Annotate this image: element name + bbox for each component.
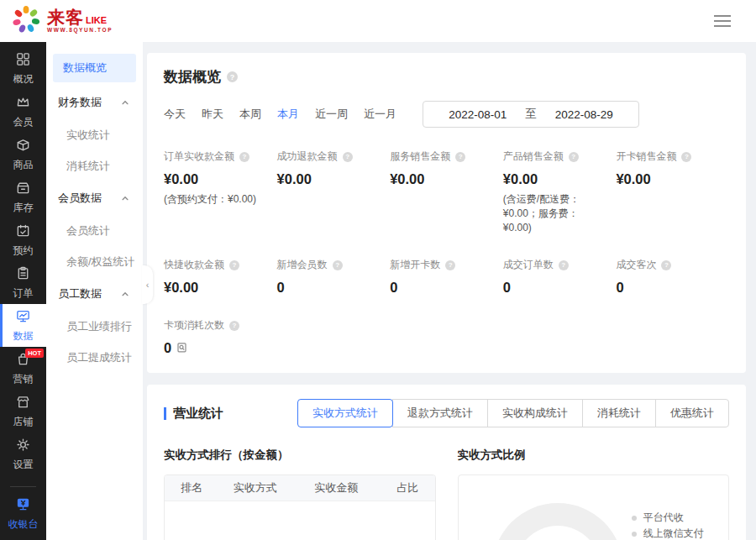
sidebar-item-data[interactable]: 数据 [0,304,46,347]
menu-toggle-button[interactable] [711,12,734,30]
help-icon[interactable]: ? [559,260,569,270]
date-end-value[interactable]: 2022-08-29 [555,108,613,121]
gear-icon [15,437,31,455]
sidebar-item-goods[interactable]: 商品 [0,133,46,176]
package-icon [15,137,31,155]
calendar-check-icon [15,223,31,241]
legend-item[interactable]: 平台代收 [632,510,715,526]
stat-order-received: 订单实收款金额? ¥0.00 (含预约支付：¥0.00) [164,149,277,235]
tab-received-composition[interactable]: 实收构成统计 [487,399,583,427]
help-icon[interactable]: ? [445,260,455,270]
clipboard-icon [15,265,31,284]
date-separator: 至 [525,107,537,122]
stat-refund: 成功退款金额? ¥0.00 [277,149,391,235]
date-filter-row: 今天 昨天 本周 本月 近一周 近一月 2022-08-01 至 2022-08… [164,101,729,128]
date-start-value[interactable]: 2022-08-01 [449,108,507,121]
primary-sidebar: 概况 会员 商品 库存 预约 订单 [0,42,46,540]
accent-bar [164,407,166,420]
stats-grid: 订单实收款金额? ¥0.00 (含预约支付：¥0.00) 成功退款金额? ¥0.… [164,149,729,356]
date-range-picker[interactable]: 2022-08-01 至 2022-08-29 [423,101,639,128]
chevron-up-icon [121,290,129,298]
received-rank-panel: 实收方式排行（按金额） 排名 实收方式 实收金额 占比 [164,448,436,540]
page-title: 数据概览 [164,67,221,87]
main-content: 数据概览 ? 今天 昨天 本周 本月 近一周 近一月 2022-08-01 至 … [143,42,756,540]
stat-quick-collect: 快捷收款金额? ¥0.00 [164,258,277,296]
sidebar-item-settings[interactable]: 设置 [0,433,46,475]
cashier-icon [15,496,31,515]
tab-consume-stats[interactable]: 消耗统计 [582,399,656,427]
sidebar-item-cashier[interactable]: 收银台 [0,492,46,535]
help-icon[interactable]: ? [661,260,671,270]
rank-table-header: 排名 实收方式 实收金额 占比 [165,475,435,501]
stat-card-consume-count: 卡项消耗次数? 0 [164,318,277,356]
storefront-icon [15,394,31,412]
chart-legend: 平台代收 线上微信支付 现金 其他 微信（记账） 支付宝（记账） POS机（记账… [632,503,715,540]
filter-today[interactable]: 今天 [164,107,186,122]
stat-new-members: 新增会员数? 0 [277,258,391,296]
help-icon[interactable]: ? [455,152,465,162]
logo-site-url: WWW.8QYUN.TOP [47,28,113,34]
help-icon[interactable]: ? [229,260,239,270]
business-stats-card: 营业统计 实收方式统计 退款方式统计 实收构成统计 消耗统计 优惠统计 实收方式… [147,385,746,540]
subnav-group-staff[interactable]: 员工数据 [46,277,143,311]
section-title: 营业统计 [164,406,223,422]
overview-card: 数据概览 ? 今天 昨天 本周 本月 近一周 近一月 2022-08-01 至 … [147,53,746,373]
sidebar-item-members[interactable]: 会员 [0,90,46,133]
help-icon[interactable]: ? [569,152,579,162]
sidebar-collapse-handle[interactable]: ‹ [142,265,153,304]
top-bar: 来客LIKE WWW.8QYUN.TOP [0,0,756,42]
secondary-sidebar: 数据概览 财务数据 实收统计 消耗统计 会员数据 会员统计 余额/权益统计 员工… [46,42,143,540]
sidebar-item-overview[interactable]: 概况 [0,47,46,90]
sidebar-item-marketing[interactable]: HOT 营销 [0,347,46,390]
hot-badge: HOT [25,349,44,358]
chevron-up-icon [121,194,129,202]
filter-last-30-days[interactable]: 近一月 [364,107,396,122]
legend-dot [632,532,637,537]
app-logo[interactable]: 来客LIKE WWW.8QYUN.TOP [10,3,113,39]
business-tabs: 实收方式统计 退款方式统计 实收构成统计 消耗统计 优惠统计 [297,399,729,427]
view-detail-icon[interactable] [176,340,187,356]
grid-icon [15,51,31,70]
tab-discount-stats[interactable]: 优惠统计 [655,399,729,427]
archive-icon [15,180,31,198]
help-icon[interactable]: ? [681,152,691,162]
monitor-chart-icon [15,308,31,327]
crown-icon [15,94,31,113]
legend-item[interactable]: 线上微信支付 [632,526,715,540]
subnav-item-balance-stats[interactable]: 余额/权益统计 [46,246,143,277]
subnav-item-consume-stats[interactable]: 消耗统计 [46,150,143,181]
help-icon[interactable]: ? [333,260,343,270]
sidebar-item-inventory[interactable]: 库存 [0,176,46,218]
subnav-item-member-stats[interactable]: 会员统计 [46,215,143,246]
filter-this-week[interactable]: 本周 [239,107,261,122]
help-icon[interactable]: ? [229,321,239,331]
help-icon[interactable]: ? [227,71,238,82]
subnav-group-finance[interactable]: 财务数据 [46,86,143,119]
subnav-item-data-overview[interactable]: 数据概览 [53,54,136,82]
tab-received-method[interactable]: 实收方式统计 [297,399,393,427]
stat-card-sales: 开卡销售金额? ¥0.00 [616,149,729,235]
tab-refund-method[interactable]: 退款方式统计 [392,399,488,427]
stat-product-sales: 产品销售金额? ¥0.00 (含运费/配送费：¥0.00；服务费：¥0.00) [503,149,617,235]
filter-yesterday[interactable]: 昨天 [202,107,223,122]
sidebar-item-booking[interactable]: 预约 [0,218,46,261]
filter-this-month[interactable]: 本月 [277,107,299,122]
filter-last-7-days[interactable]: 近一周 [315,107,348,122]
sidebar-item-orders[interactable]: 订单 [0,261,46,304]
received-ratio-panel: 实收方式比例 总金额 ¥0.00 平台代收 [458,448,730,540]
app-root: 来客LIKE WWW.8QYUN.TOP 概况 会员 商品 库存 [0,0,756,540]
donut-chart: 总金额 ¥0.00 [492,503,623,540]
subnav-item-staff-commission[interactable]: 员工提成统计 [46,342,143,373]
subnav-item-received-stats[interactable]: 实收统计 [46,119,143,150]
subnav-item-staff-rank[interactable]: 员工业绩排行 [46,311,143,342]
help-icon[interactable]: ? [343,152,353,162]
logo-title: 来客LIKE [47,8,113,26]
chevron-up-icon [121,98,129,107]
help-icon[interactable]: ? [239,152,249,162]
stat-service-sales: 服务销售金额? ¥0.00 [390,149,503,235]
stat-new-cards: 新增开卡数? 0 [390,258,503,296]
sidebar-item-store[interactable]: 店铺 [0,390,46,433]
logo-pinwheel-icon [10,3,42,39]
legend-dot [632,516,637,521]
subnav-group-member[interactable]: 会员数据 [46,181,143,215]
